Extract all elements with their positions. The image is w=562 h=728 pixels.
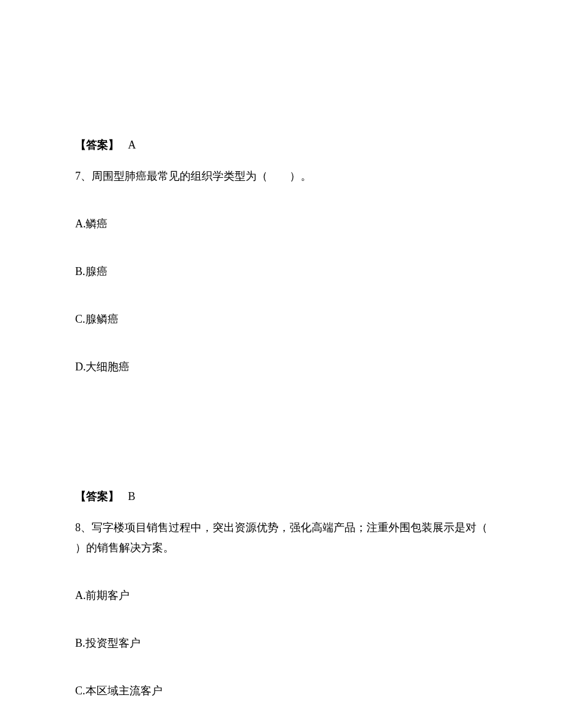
document-body: 【答案】 A 7、周围型肺癌最常见的组织学类型为（ ）。 A.鳞癌 B.腺癌 C…	[0, 0, 562, 728]
option-d: D.大细胞癌	[75, 358, 501, 376]
question-8-stem: 8、写字楼项目销售过程中，突出资源优势，强化高端产品；注重外围包装展示是对（ ）…	[75, 518, 501, 557]
answer-letter: B	[128, 490, 136, 502]
question-7-stem: 7、周围型肺癌最常见的组织学类型为（ ）。	[75, 166, 501, 186]
answer-block-q7: 【答案】 B	[75, 488, 501, 506]
spacer	[75, 405, 501, 488]
answer-letter: A	[128, 139, 136, 151]
option-b: B.腺癌	[75, 263, 501, 281]
answer-label: 【答案】	[75, 490, 119, 502]
option-c: C.腺鳞癌	[75, 311, 501, 328]
option-a: A.鳞癌	[75, 215, 501, 233]
option-a: A.前期客户	[75, 587, 501, 605]
option-c: C.本区域主流客户	[75, 682, 501, 700]
answer-label: 【答案】	[75, 139, 119, 151]
answer-block-q6: 【答案】 A	[75, 136, 501, 154]
option-b: B.投资型客户	[75, 634, 501, 652]
